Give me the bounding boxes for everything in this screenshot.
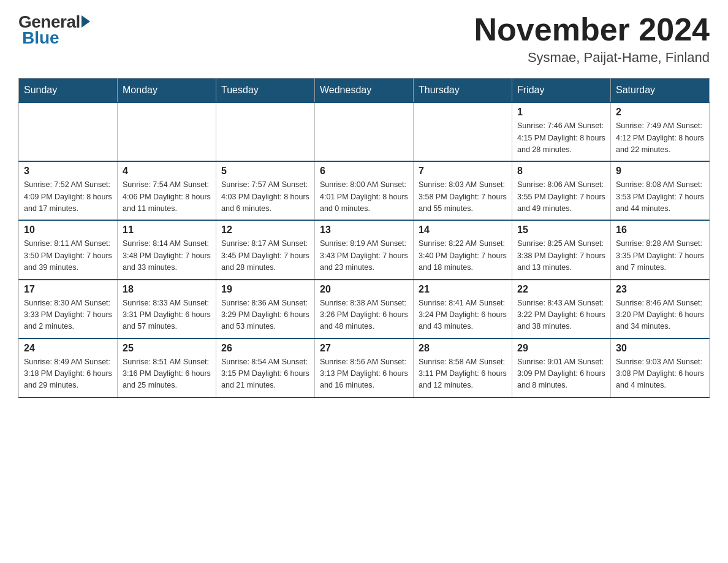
calendar-day-cell: 3Sunrise: 7:52 AM Sunset: 4:09 PM Daylig…	[19, 161, 118, 220]
day-info: Sunrise: 7:46 AM Sunset: 4:15 PM Dayligh…	[517, 120, 605, 156]
day-number: 20	[320, 284, 408, 295]
calendar-day-cell	[118, 102, 216, 161]
calendar-day-cell: 28Sunrise: 8:58 AM Sunset: 3:11 PM Dayli…	[414, 339, 512, 397]
calendar-day-cell: 18Sunrise: 8:33 AM Sunset: 3:31 PM Dayli…	[118, 280, 216, 339]
day-number: 22	[517, 284, 605, 295]
day-info: Sunrise: 8:46 AM Sunset: 3:20 PM Dayligh…	[616, 297, 704, 333]
day-info: Sunrise: 8:28 AM Sunset: 3:35 PM Dayligh…	[616, 238, 704, 274]
logo: General Blue	[18, 12, 90, 48]
calendar-header-thursday: Thursday	[414, 79, 512, 103]
calendar-day-cell: 5Sunrise: 7:57 AM Sunset: 4:03 PM Daylig…	[216, 161, 315, 220]
day-number: 4	[123, 166, 211, 177]
day-number: 16	[616, 224, 704, 236]
calendar-table: SundayMondayTuesdayWednesdayThursdayFrid…	[18, 78, 710, 398]
calendar-header-sunday: Sunday	[19, 79, 118, 103]
calendar-day-cell: 26Sunrise: 8:54 AM Sunset: 3:15 PM Dayli…	[216, 339, 315, 397]
calendar-day-cell: 20Sunrise: 8:38 AM Sunset: 3:26 PM Dayli…	[315, 280, 414, 339]
day-number: 11	[123, 224, 211, 236]
day-number: 12	[221, 224, 309, 236]
day-info: Sunrise: 8:41 AM Sunset: 3:24 PM Dayligh…	[419, 297, 507, 333]
day-number: 17	[24, 284, 112, 295]
day-info: Sunrise: 8:33 AM Sunset: 3:31 PM Dayligh…	[123, 297, 211, 333]
day-number: 3	[24, 166, 112, 177]
day-info: Sunrise: 8:43 AM Sunset: 3:22 PM Dayligh…	[517, 297, 605, 333]
day-info: Sunrise: 8:49 AM Sunset: 3:18 PM Dayligh…	[24, 356, 112, 392]
day-info: Sunrise: 8:08 AM Sunset: 3:53 PM Dayligh…	[616, 179, 704, 215]
day-number: 28	[419, 343, 507, 354]
day-info: Sunrise: 8:03 AM Sunset: 3:58 PM Dayligh…	[419, 179, 507, 215]
day-number: 10	[24, 224, 112, 236]
calendar-day-cell: 15Sunrise: 8:25 AM Sunset: 3:38 PM Dayli…	[512, 220, 611, 279]
calendar-day-cell: 23Sunrise: 8:46 AM Sunset: 3:20 PM Dayli…	[611, 280, 710, 339]
calendar-week-row: 24Sunrise: 8:49 AM Sunset: 3:18 PM Dayli…	[19, 339, 710, 397]
day-number: 25	[123, 343, 211, 354]
calendar-day-cell	[414, 102, 512, 161]
day-info: Sunrise: 8:00 AM Sunset: 4:01 PM Dayligh…	[320, 179, 408, 215]
calendar-day-cell: 21Sunrise: 8:41 AM Sunset: 3:24 PM Dayli…	[414, 280, 512, 339]
logo-blue-text: Blue	[22, 28, 59, 48]
day-info: Sunrise: 7:52 AM Sunset: 4:09 PM Dayligh…	[24, 179, 112, 215]
day-info: Sunrise: 8:06 AM Sunset: 3:55 PM Dayligh…	[517, 179, 605, 215]
day-number: 15	[517, 224, 605, 236]
day-info: Sunrise: 7:57 AM Sunset: 4:03 PM Dayligh…	[221, 179, 309, 215]
calendar-day-cell: 11Sunrise: 8:14 AM Sunset: 3:48 PM Dayli…	[118, 220, 216, 279]
day-info: Sunrise: 8:11 AM Sunset: 3:50 PM Dayligh…	[24, 238, 112, 274]
calendar-day-cell: 13Sunrise: 8:19 AM Sunset: 3:43 PM Dayli…	[315, 220, 414, 279]
day-info: Sunrise: 8:38 AM Sunset: 3:26 PM Dayligh…	[320, 297, 408, 333]
calendar-header-monday: Monday	[118, 79, 216, 103]
calendar-day-cell: 22Sunrise: 8:43 AM Sunset: 3:22 PM Dayli…	[512, 280, 611, 339]
day-number: 24	[24, 343, 112, 354]
calendar-header-saturday: Saturday	[611, 79, 710, 103]
day-info: Sunrise: 8:58 AM Sunset: 3:11 PM Dayligh…	[419, 356, 507, 392]
day-number: 5	[221, 166, 309, 177]
calendar-day-cell: 29Sunrise: 9:01 AM Sunset: 3:09 PM Dayli…	[512, 339, 611, 397]
page-header: General Blue November 2024 Sysmae, Paija…	[18, 12, 710, 66]
month-title: November 2024	[474, 12, 710, 47]
calendar-week-row: 3Sunrise: 7:52 AM Sunset: 4:09 PM Daylig…	[19, 161, 710, 220]
calendar-day-cell: 30Sunrise: 9:03 AM Sunset: 3:08 PM Dayli…	[611, 339, 710, 397]
calendar-day-cell: 6Sunrise: 8:00 AM Sunset: 4:01 PM Daylig…	[315, 161, 414, 220]
calendar-day-cell: 27Sunrise: 8:56 AM Sunset: 3:13 PM Dayli…	[315, 339, 414, 397]
calendar-day-cell: 12Sunrise: 8:17 AM Sunset: 3:45 PM Dayli…	[216, 220, 315, 279]
calendar-week-row: 1Sunrise: 7:46 AM Sunset: 4:15 PM Daylig…	[19, 102, 710, 161]
day-number: 2	[616, 107, 704, 118]
logo-triangle-icon	[82, 15, 90, 28]
day-info: Sunrise: 8:17 AM Sunset: 3:45 PM Dayligh…	[221, 238, 309, 274]
day-number: 21	[419, 284, 507, 295]
calendar-day-cell: 24Sunrise: 8:49 AM Sunset: 3:18 PM Dayli…	[19, 339, 118, 397]
day-info: Sunrise: 8:22 AM Sunset: 3:40 PM Dayligh…	[419, 238, 507, 274]
day-info: Sunrise: 8:25 AM Sunset: 3:38 PM Dayligh…	[517, 238, 605, 274]
calendar-header-row: SundayMondayTuesdayWednesdayThursdayFrid…	[19, 79, 710, 103]
location-text: Sysmae, Paijat-Hame, Finland	[474, 50, 710, 66]
calendar-day-cell: 9Sunrise: 8:08 AM Sunset: 3:53 PM Daylig…	[611, 161, 710, 220]
day-info: Sunrise: 8:19 AM Sunset: 3:43 PM Dayligh…	[320, 238, 408, 274]
day-number: 30	[616, 343, 704, 354]
calendar-day-cell: 16Sunrise: 8:28 AM Sunset: 3:35 PM Dayli…	[611, 220, 710, 279]
calendar-day-cell: 10Sunrise: 8:11 AM Sunset: 3:50 PM Dayli…	[19, 220, 118, 279]
day-info: Sunrise: 8:54 AM Sunset: 3:15 PM Dayligh…	[221, 356, 309, 392]
day-info: Sunrise: 8:30 AM Sunset: 3:33 PM Dayligh…	[24, 297, 112, 333]
calendar-header-friday: Friday	[512, 79, 611, 103]
day-info: Sunrise: 8:36 AM Sunset: 3:29 PM Dayligh…	[221, 297, 309, 333]
day-info: Sunrise: 9:01 AM Sunset: 3:09 PM Dayligh…	[517, 356, 605, 392]
calendar-day-cell: 17Sunrise: 8:30 AM Sunset: 3:33 PM Dayli…	[19, 280, 118, 339]
day-info: Sunrise: 7:49 AM Sunset: 4:12 PM Dayligh…	[616, 120, 704, 156]
calendar-header-wednesday: Wednesday	[315, 79, 414, 103]
day-number: 23	[616, 284, 704, 295]
calendar-week-row: 10Sunrise: 8:11 AM Sunset: 3:50 PM Dayli…	[19, 220, 710, 279]
day-number: 27	[320, 343, 408, 354]
calendar-header-tuesday: Tuesday	[216, 79, 315, 103]
calendar-week-row: 17Sunrise: 8:30 AM Sunset: 3:33 PM Dayli…	[19, 280, 710, 339]
day-number: 1	[517, 107, 605, 118]
calendar-day-cell: 25Sunrise: 8:51 AM Sunset: 3:16 PM Dayli…	[118, 339, 216, 397]
day-number: 19	[221, 284, 309, 295]
title-section: November 2024 Sysmae, Paijat-Hame, Finla…	[474, 12, 710, 66]
day-number: 9	[616, 166, 704, 177]
day-number: 6	[320, 166, 408, 177]
calendar-day-cell	[19, 102, 118, 161]
day-info: Sunrise: 8:14 AM Sunset: 3:48 PM Dayligh…	[123, 238, 211, 274]
day-number: 14	[419, 224, 507, 236]
day-info: Sunrise: 8:56 AM Sunset: 3:13 PM Dayligh…	[320, 356, 408, 392]
calendar-day-cell: 1Sunrise: 7:46 AM Sunset: 4:15 PM Daylig…	[512, 102, 611, 161]
day-number: 13	[320, 224, 408, 236]
